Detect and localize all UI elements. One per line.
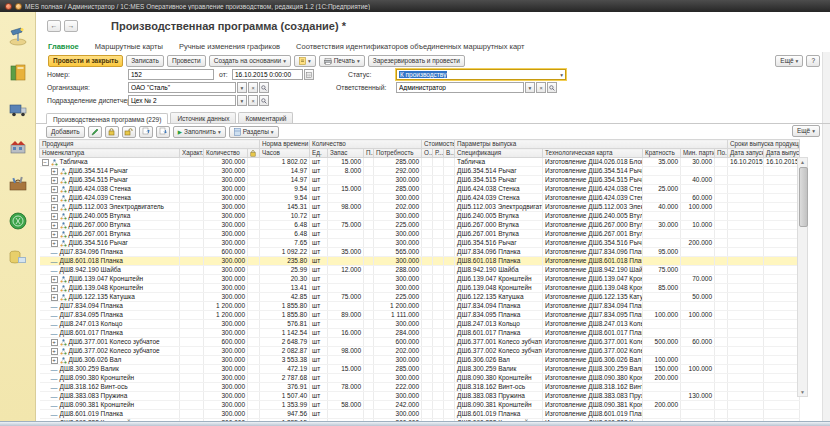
scroll-up-icon[interactable]: ▲ [798, 158, 807, 166]
cell-o[interactable] [422, 293, 433, 302]
column-header-need[interactable]: Потребность [374, 149, 422, 158]
cell-release[interactable] [764, 239, 800, 248]
cell-lock[interactable] [248, 356, 260, 365]
cell-tech[interactable]: Изготовление ДШ6.139.047 Кронштейн [543, 275, 643, 284]
cell-minb[interactable] [681, 302, 715, 311]
cell-qty[interactable]: 300.000 [204, 293, 248, 302]
cell-p[interactable] [364, 239, 374, 248]
table-row[interactable]: —ДШ8.942.190 Шайба300.00025.99шт12.00028… [40, 266, 800, 275]
cell-unit[interactable]: шт [310, 203, 328, 212]
cell-launch[interactable] [728, 239, 764, 248]
cell-v[interactable] [444, 329, 455, 338]
cell-hours[interactable]: 7.65 [260, 239, 310, 248]
cell-unit[interactable]: шт [310, 401, 328, 410]
cell-qty[interactable]: 300.000 [204, 392, 248, 401]
cell-po[interactable] [715, 275, 728, 284]
cell-minb[interactable]: 100.000 [681, 365, 715, 374]
cell-o[interactable] [422, 212, 433, 221]
cell-lock[interactable] [248, 311, 260, 320]
cell-qty[interactable]: 600.000 [204, 248, 248, 257]
cell-launch[interactable] [728, 302, 764, 311]
cell-r[interactable] [433, 221, 444, 230]
move-up-button[interactable] [139, 126, 153, 138]
window-menu-icon[interactable] [5, 3, 12, 10]
cell-spec[interactable]: ДШ6.306.026 Вал [455, 356, 543, 365]
cell-need[interactable]: 300.000 [374, 230, 422, 239]
cell-stock[interactable] [328, 320, 364, 329]
cell-unit[interactable]: шт [310, 392, 328, 401]
cell-r[interactable] [433, 275, 444, 284]
table-row[interactable]: —ДШ8.601.017 Планка300.0001 142.54шт16.0… [40, 329, 800, 338]
cell-stock[interactable]: 98.000 [328, 347, 364, 356]
cell-char[interactable] [180, 167, 204, 176]
cell-minb[interactable]: 60.000 [681, 338, 715, 347]
responsible-select-button[interactable]: ▾ [525, 82, 535, 93]
cell-hours[interactable]: 376.91 [260, 383, 310, 392]
cell-minb[interactable] [681, 230, 715, 239]
cell-hours[interactable]: 1 092.22 [260, 248, 310, 257]
tree-expander[interactable]: + [51, 195, 58, 202]
cell-mult[interactable] [643, 329, 681, 338]
tree-expander[interactable]: + [51, 357, 58, 364]
cell-stock[interactable] [328, 230, 364, 239]
table-row[interactable]: —ДШ8.318.162 Винт-ось300.000376.91шт78.0… [40, 383, 800, 392]
cell-hours[interactable]: 14.97 [260, 167, 310, 176]
department-select-button[interactable]: ▾ [237, 95, 247, 106]
cell-need[interactable]: 300.000 [374, 257, 422, 266]
cell-p[interactable] [364, 230, 374, 239]
move-down-button[interactable] [156, 126, 170, 138]
cell-launch[interactable] [728, 266, 764, 275]
cell-p[interactable] [364, 221, 374, 230]
cell-release[interactable] [764, 248, 800, 257]
cell-lock[interactable] [248, 194, 260, 203]
tree-expander[interactable]: + [51, 231, 58, 238]
tree-expander[interactable]: + [51, 168, 58, 175]
cell-launch[interactable] [728, 410, 764, 419]
cell-p[interactable] [364, 311, 374, 320]
cell-stock[interactable]: 16.000 [328, 329, 364, 338]
cell-need[interactable]: 300.000 [374, 176, 422, 185]
cell-p[interactable] [364, 293, 374, 302]
cell-po[interactable] [715, 176, 728, 185]
scroll-down-icon[interactable]: ▼ [798, 388, 807, 396]
cell-stock[interactable]: 75.000 [328, 221, 364, 230]
vertical-scrollbar[interactable]: ▲ ▼ [797, 157, 808, 397]
cell-unit[interactable]: шт [310, 374, 328, 383]
cell-r[interactable] [433, 284, 444, 293]
cell-mult[interactable] [643, 410, 681, 419]
cell-v[interactable] [444, 392, 455, 401]
cell-po[interactable] [715, 383, 728, 392]
sections-button[interactable]: Разделы▾ [229, 126, 279, 138]
cell-hours[interactable]: 20.30 [260, 275, 310, 284]
cell-name[interactable]: +ДШ6.267.000 Втулка [40, 221, 180, 230]
cell-r[interactable] [433, 410, 444, 419]
table-row[interactable]: —ДШ7.834.095 Планка1 200.0001 855.80шт89… [40, 311, 800, 320]
cell-r[interactable] [433, 212, 444, 221]
sidebar-item-production[interactable] [6, 135, 30, 159]
cell-po[interactable] [715, 347, 728, 356]
cell-r[interactable] [433, 320, 444, 329]
cell-po[interactable] [715, 392, 728, 401]
cell-lock[interactable] [248, 248, 260, 257]
cell-need[interactable]: 300.000 [374, 410, 422, 419]
cell-need[interactable]: 288.000 [374, 266, 422, 275]
cell-stock[interactable] [328, 275, 364, 284]
cell-p[interactable] [364, 203, 374, 212]
cell-v[interactable] [444, 257, 455, 266]
cell-r[interactable] [433, 302, 444, 311]
cell-need[interactable]: 300.000 [374, 392, 422, 401]
cell-launch[interactable] [728, 311, 764, 320]
cell-launch[interactable] [728, 167, 764, 176]
window-options-icon[interactable] [15, 3, 22, 10]
date-field[interactable] [232, 69, 303, 80]
cell-minb[interactable] [681, 284, 715, 293]
cell-p[interactable] [364, 329, 374, 338]
cell-hours[interactable]: 1 802.02 [260, 158, 310, 167]
cell-v[interactable] [444, 356, 455, 365]
cell-release[interactable] [764, 194, 800, 203]
cell-minb[interactable]: 200.000 [681, 239, 715, 248]
tree-expander[interactable]: + [51, 348, 58, 355]
table-row[interactable]: +ДШ6.354.514 Рычаг300.00014.97шт8.000292… [40, 167, 800, 176]
cell-launch[interactable] [728, 383, 764, 392]
cell-lock[interactable] [248, 347, 260, 356]
